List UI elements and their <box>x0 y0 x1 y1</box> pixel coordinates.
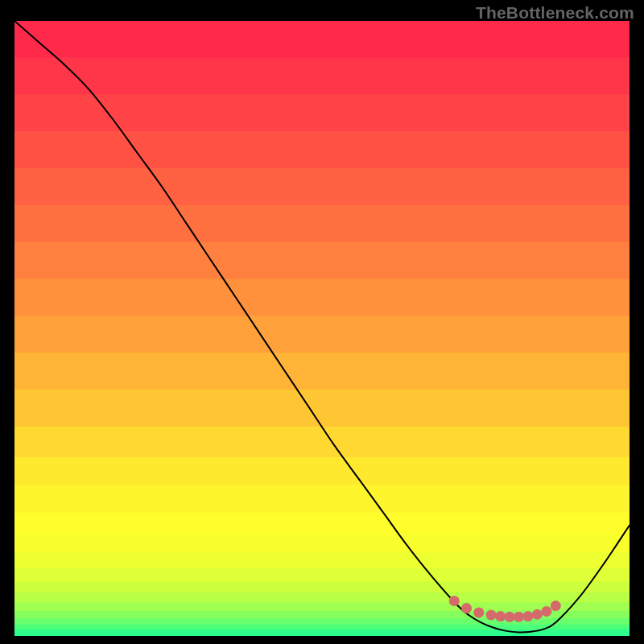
highlight-dot <box>532 609 543 620</box>
curve-layer <box>14 21 630 636</box>
watermark-label: TheBottleneck.com <box>476 3 634 23</box>
highlight-dot <box>495 611 506 621</box>
highlight-dot <box>486 610 497 621</box>
bottleneck-curve <box>14 21 630 632</box>
highlight-dot <box>461 603 472 613</box>
highlight-dot <box>522 611 533 621</box>
highlight-dot <box>541 606 551 617</box>
plot-area <box>14 21 630 636</box>
chart-frame: TheBottleneck.com <box>0 0 644 644</box>
highlight-dot <box>449 596 460 606</box>
highlight-dot <box>514 612 524 622</box>
highlight-dot <box>551 601 561 611</box>
highlight-dot <box>505 612 515 622</box>
highlight-dot <box>473 607 484 617</box>
